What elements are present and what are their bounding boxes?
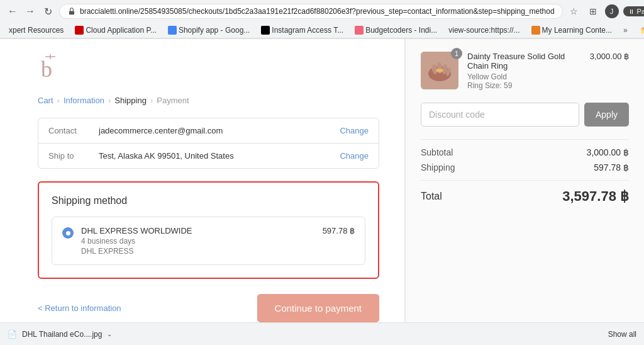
shipping-method-section: Shipping method DHL EXPRESS WORLDWIDE 4 … xyxy=(38,181,379,279)
shipping-info: DHL EXPRESS WORLDWIDE 4 business days DH… xyxy=(81,226,323,256)
browser-actions: ☆ ⊞ J ⏸ Paused xyxy=(567,4,644,19)
shipping-option[interactable]: DHL EXPRESS WORLDWIDE 4 business days DH… xyxy=(52,217,365,265)
bottom-bar: 📄 DHL Thailand eCo....jpg ⌄ Show all xyxy=(0,322,644,345)
show-all-button[interactable]: Show all xyxy=(608,330,636,339)
bookmark-viewsource[interactable]: view-source:https://... xyxy=(445,25,523,36)
star-button[interactable]: ☆ xyxy=(567,4,582,19)
product-image-wrap: 1 xyxy=(421,52,458,89)
product-badge: 1 xyxy=(451,48,462,59)
footer-actions: < Return to information Continue to paym… xyxy=(38,294,379,322)
bookmark-favicon xyxy=(168,26,177,35)
shipping-carrier: DHL EXPRESS xyxy=(81,247,323,256)
total-row: Total 3,597.78 ฿ xyxy=(421,188,629,205)
reload-button[interactable]: ↻ xyxy=(40,4,55,19)
logo: b xyxy=(38,52,379,83)
divider-1 xyxy=(421,139,629,140)
right-panel: 1 Dainty Treasure Solid Gold Chain Ring … xyxy=(405,39,644,339)
bookmark-favicon xyxy=(531,26,540,35)
svg-point-10 xyxy=(436,69,443,72)
shipping-label: Shipping xyxy=(421,162,455,172)
breadcrumb: Cart › Information › Shipping › Payment xyxy=(38,96,379,105)
bookmark-cloud[interactable]: Cloud Application P... xyxy=(71,25,160,36)
total-label: Total xyxy=(421,191,442,202)
product-variant: Yellow Gold xyxy=(467,72,581,81)
ship-to-change-link[interactable]: Change xyxy=(340,151,369,161)
product-name: Dainty Treasure Solid Gold Chain Ring xyxy=(467,52,581,71)
bookmark-instagram[interactable]: Instagram Access T... xyxy=(257,25,347,36)
total-value: 3,597.78 ฿ xyxy=(562,188,629,205)
svg-rect-0 xyxy=(69,11,74,14)
profile-button[interactable]: J xyxy=(604,4,619,19)
info-table: Contact jadecommerce.center@gmail.com Ch… xyxy=(38,118,379,169)
file-chevron-icon[interactable]: ⌄ xyxy=(107,331,112,337)
page: b Cart › Information › Shipping › Paymen… xyxy=(0,39,644,339)
nav-buttons: ← → ↻ xyxy=(5,4,55,19)
folder-icon: 📁 xyxy=(640,26,644,35)
product-size: Ring Size: 59 xyxy=(467,81,581,90)
shipping-days: 4 business days xyxy=(81,237,323,246)
bookmark-favicon xyxy=(75,26,84,35)
radio-selected xyxy=(62,227,74,239)
shipping-method-title: Shipping method xyxy=(52,195,365,206)
logo-icon: b xyxy=(38,52,63,83)
product-price: 3,000.00 ฿ xyxy=(590,52,629,61)
breadcrumb-sep-2: › xyxy=(108,96,111,105)
continue-to-payment-button[interactable]: Continue to payment xyxy=(257,294,379,322)
shipping-name: DHL EXPRESS WORLDWIDE xyxy=(81,226,323,235)
shipping-option-price: 597.78 ฿ xyxy=(323,226,355,235)
discount-row: Apply xyxy=(421,103,629,127)
return-to-information-link[interactable]: < Return to information xyxy=(38,303,121,313)
bookmark-favicon xyxy=(355,26,364,35)
contact-row: Contact jadecommerce.center@gmail.com Ch… xyxy=(38,118,379,144)
lock-icon xyxy=(67,7,76,16)
breadcrumb-sep-1: › xyxy=(57,96,60,105)
bookmark-favicon xyxy=(261,26,270,35)
paused-badge: ⏸ Paused xyxy=(623,6,644,16)
left-panel: b Cart › Information › Shipping › Paymen… xyxy=(0,39,405,339)
divider-2 xyxy=(421,180,629,181)
browser-toolbar: ← → ↻ braccialetti.online/25854935085/ch… xyxy=(0,0,644,23)
file-name: DHL Thailand eCo....jpg xyxy=(22,330,102,339)
bookmark-xpert[interactable]: xpert Resources xyxy=(5,25,67,36)
shipping-row: Shipping 597.78 ฿ xyxy=(421,162,629,172)
discount-code-input[interactable] xyxy=(421,103,579,127)
breadcrumb-cart[interactable]: Cart xyxy=(38,96,53,105)
ship-to-value: Test, Alaska AK 99501, United States xyxy=(99,151,340,161)
address-bar[interactable]: braccialetti.online/25854935085/checkout… xyxy=(59,4,563,19)
bookmarks-bar: xpert Resources Cloud Application P... S… xyxy=(0,23,644,38)
breadcrumb-shipping: Shipping xyxy=(114,96,147,105)
bookmark-shopify[interactable]: Shopify app - Goog... xyxy=(164,25,253,36)
forward-button[interactable]: → xyxy=(23,4,38,19)
shipping-value: 597.78 ฿ xyxy=(594,162,629,172)
breadcrumb-information[interactable]: Information xyxy=(64,96,104,105)
contact-value: jadecommerce.center@gmail.com xyxy=(99,126,340,135)
breadcrumb-payment: Payment xyxy=(157,96,189,105)
svg-text:b: b xyxy=(41,57,52,82)
subtotal-row: Subtotal 3,000.00 ฿ xyxy=(421,147,629,157)
bottom-file: 📄 DHL Thailand eCo....jpg ⌄ xyxy=(8,330,112,339)
back-button[interactable]: ← xyxy=(5,4,20,19)
bookmark-folder[interactable]: 📁 Other bookmar xyxy=(640,26,644,35)
url-text: braccialetti.online/25854935085/checkout… xyxy=(80,7,555,16)
breadcrumb-sep-3: › xyxy=(150,96,153,105)
contact-change-link[interactable]: Change xyxy=(340,126,369,135)
subtotal-value: 3,000.00 ฿ xyxy=(587,147,629,157)
more-bookmarks-button[interactable]: » xyxy=(619,25,631,36)
subtotal-label: Subtotal xyxy=(421,147,453,157)
contact-label: Contact xyxy=(48,126,99,135)
browser-chrome: ← → ↻ braccialetti.online/25854935085/ch… xyxy=(0,0,644,39)
apply-discount-button[interactable]: Apply xyxy=(584,103,629,127)
product-item: 1 Dainty Treasure Solid Gold Chain Ring … xyxy=(421,52,629,90)
extensions-button[interactable]: ⊞ xyxy=(586,4,601,19)
product-details: Dainty Treasure Solid Gold Chain Ring Ye… xyxy=(467,52,581,90)
bookmark-budgetcoders[interactable]: Budgetcoders - Indi... xyxy=(351,25,441,36)
file-icon: 📄 xyxy=(8,330,17,339)
bookmark-learning[interactable]: My Learning Conte... xyxy=(528,25,616,36)
ship-to-label: Ship to xyxy=(48,151,99,161)
ship-to-row: Ship to Test, Alaska AK 99501, United St… xyxy=(38,144,379,168)
